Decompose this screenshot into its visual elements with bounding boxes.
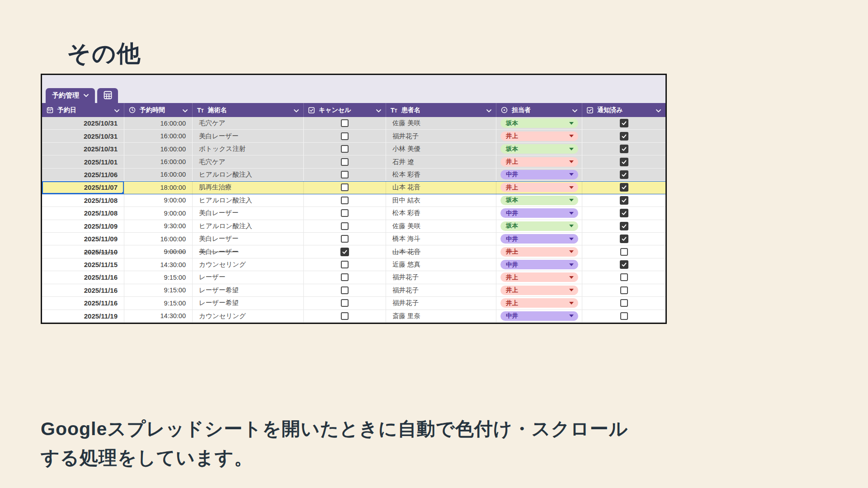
cell-treatment[interactable]: 肌再生治療 [193, 181, 304, 194]
cancel-checkbox[interactable] [341, 119, 349, 127]
notified-checkbox[interactable] [620, 119, 628, 127]
cell-time[interactable]: 9:15:00 [124, 284, 193, 297]
cell-patient[interactable]: 山本 花音 [386, 245, 496, 258]
cell-patient[interactable]: 山本 花音 [386, 181, 496, 194]
cell-notified[interactable] [582, 310, 665, 323]
cell-patient[interactable]: 福井花子 [386, 271, 496, 284]
notified-checkbox[interactable] [620, 299, 628, 307]
cell-treatment[interactable]: 美白レーザー [193, 207, 304, 220]
staff-chip[interactable]: 中井 [500, 260, 578, 269]
cell-treatment[interactable]: 美白レーザー [193, 245, 304, 258]
cell-time[interactable]: 18:00:00 [124, 181, 193, 194]
cell-notified[interactable] [582, 220, 665, 233]
cell-treatment[interactable]: 毛穴ケア [193, 117, 304, 130]
cell-date[interactable]: 2025/11/19 [42, 310, 124, 323]
cell-date[interactable]: 2025/10/31 [42, 117, 124, 130]
cell-cancelled[interactable] [304, 194, 386, 207]
cancel-checkbox[interactable] [341, 261, 349, 268]
cancel-checkbox[interactable] [341, 132, 349, 140]
notified-checkbox[interactable] [620, 145, 628, 153]
sheet-view-tab[interactable] [97, 88, 118, 103]
cell-time[interactable]: 16:00:00 [124, 143, 193, 155]
column-header-4[interactable]: TT患者名 [386, 103, 496, 117]
notified-checkbox[interactable] [620, 170, 628, 179]
cell-treatment[interactable]: ヒアルロン酸注入 [193, 169, 304, 181]
cell-time[interactable]: 16:00:00 [124, 155, 193, 168]
staff-chip[interactable]: 坂本 [500, 221, 578, 231]
cell-notified[interactable] [582, 258, 665, 271]
cell-time[interactable]: 9:00:00 [124, 207, 193, 220]
notified-checkbox[interactable] [620, 312, 628, 320]
cell-cancelled[interactable] [304, 169, 386, 181]
chevron-down-icon[interactable] [656, 107, 661, 114]
cell-treatment[interactable]: 美白レーザー [193, 233, 304, 245]
cell-date[interactable]: 2025/11/10 [42, 245, 124, 258]
staff-chip[interactable]: 井上 [500, 272, 578, 282]
cell-cancelled[interactable] [304, 181, 386, 194]
cell-cancelled[interactable] [304, 143, 386, 155]
cancel-checkbox[interactable] [341, 197, 349, 204]
staff-chip[interactable]: 井上 [500, 286, 578, 295]
cell-cancelled[interactable] [304, 130, 386, 142]
cell-date[interactable]: 2025/10/31 [42, 130, 124, 142]
cell-date[interactable]: 2025/11/16 [42, 284, 124, 297]
cell-notified[interactable] [582, 284, 665, 297]
cell-treatment[interactable]: 美白レーザー [193, 130, 304, 142]
cell-staff[interactable]: 井上 [496, 181, 582, 194]
cancel-checkbox[interactable] [341, 158, 349, 166]
cell-cancelled[interactable] [304, 271, 386, 284]
staff-chip[interactable]: 坂本 [500, 196, 578, 205]
notified-checkbox[interactable] [620, 222, 628, 230]
column-header-0[interactable]: 予約日 [42, 103, 124, 117]
cell-patient[interactable]: 松本 彩香 [386, 169, 496, 181]
cell-cancelled[interactable] [304, 310, 386, 323]
cell-treatment[interactable]: レーザー希望 [193, 284, 304, 297]
cancel-checkbox[interactable] [341, 222, 349, 230]
cell-cancelled[interactable] [304, 297, 386, 310]
cell-staff[interactable]: 坂本 [496, 143, 582, 155]
staff-chip[interactable]: 坂本 [500, 144, 578, 154]
cell-time[interactable]: 9:15:00 [124, 271, 193, 284]
cell-date[interactable]: 2025/11/16 [42, 271, 124, 284]
chevron-down-icon[interactable] [183, 107, 188, 114]
cell-notified[interactable] [582, 143, 665, 155]
cell-patient[interactable]: 松本 彩香 [386, 207, 496, 220]
staff-chip[interactable]: 井上 [500, 298, 578, 308]
cancel-checkbox[interactable] [341, 299, 349, 307]
staff-chip[interactable]: 中井 [500, 311, 578, 321]
cell-notified[interactable] [582, 233, 665, 245]
cell-cancelled[interactable] [304, 284, 386, 297]
column-header-1[interactable]: 予約時間 [124, 103, 193, 117]
cell-cancelled[interactable] [304, 233, 386, 245]
cell-staff[interactable]: 中井 [496, 310, 582, 323]
cell-patient[interactable]: 近藤 悠真 [386, 258, 496, 271]
cell-notified[interactable] [582, 181, 665, 194]
cell-time[interactable]: 14:30:00 [124, 258, 193, 271]
cell-patient[interactable]: 田中 結衣 [386, 194, 496, 207]
column-header-2[interactable]: TT施術名 [193, 103, 304, 117]
cell-cancelled[interactable] [304, 207, 386, 220]
cell-cancelled[interactable] [304, 220, 386, 233]
staff-chip[interactable]: 井上 [500, 183, 578, 192]
cell-time[interactable]: 16:00:00 [124, 117, 193, 130]
chevron-down-icon[interactable] [294, 107, 299, 114]
cell-patient[interactable]: 福井花子 [386, 130, 496, 142]
cancel-checkbox[interactable] [341, 273, 349, 281]
cell-date[interactable]: 2025/11/08 [42, 194, 124, 207]
cell-treatment[interactable]: ボトックス注射 [193, 143, 304, 155]
cell-staff[interactable]: 坂本 [496, 194, 582, 207]
cell-staff[interactable]: 井上 [496, 245, 582, 258]
cancel-checkbox[interactable] [341, 286, 349, 294]
staff-chip[interactable]: 中井 [500, 208, 578, 218]
cell-notified[interactable] [582, 194, 665, 207]
cell-staff[interactable]: 井上 [496, 155, 582, 168]
notified-checkbox[interactable] [620, 235, 628, 243]
cell-date[interactable]: 2025/11/08 [42, 207, 124, 220]
staff-chip[interactable]: 坂本 [500, 118, 578, 128]
cell-staff[interactable]: 井上 [496, 271, 582, 284]
cell-treatment[interactable]: 毛穴ケア [193, 155, 304, 168]
cell-patient[interactable]: 佐藤 美咲 [386, 117, 496, 130]
cell-notified[interactable] [582, 169, 665, 181]
cell-treatment[interactable]: ヒアルロン酸注入 [193, 194, 304, 207]
chevron-down-icon[interactable] [376, 107, 381, 114]
